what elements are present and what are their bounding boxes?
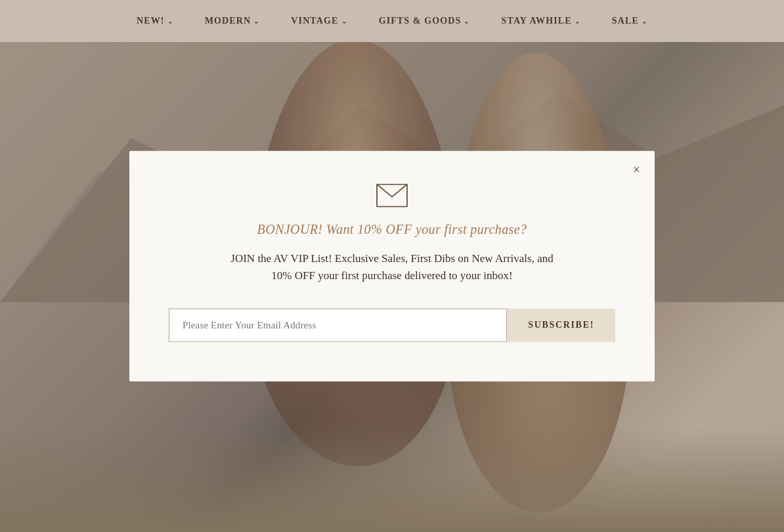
email-input[interactable] bbox=[169, 308, 507, 342]
navigation-bar: NEW! ⌄ MODERN ⌄ VINTAGE ⌄ GIFTS & GOODS … bbox=[0, 0, 784, 42]
subscribe-button[interactable]: SUBSCRIBE! bbox=[507, 308, 615, 342]
envelope-icon bbox=[376, 184, 408, 208]
nav-item-stay-awhile[interactable]: STAY AWHILE ⌄ bbox=[502, 16, 580, 26]
modal-body: JOIN the AV VIP List! Exclusive Sales, F… bbox=[169, 250, 615, 285]
chevron-down-icon: ⌄ bbox=[642, 18, 647, 25]
nav-item-vintage[interactable]: VINTAGE ⌄ bbox=[291, 16, 347, 26]
chevron-down-icon: ⌄ bbox=[167, 18, 173, 25]
chevron-down-icon: ⌄ bbox=[341, 18, 347, 25]
email-signup-modal: × BONJOUR! Want 10% OFF your first purch… bbox=[129, 151, 655, 382]
nav-item-gifts[interactable]: GIFTS & GOODS ⌄ bbox=[379, 16, 470, 26]
chevron-down-icon: ⌄ bbox=[464, 18, 469, 25]
chevron-down-icon: ⌄ bbox=[253, 18, 259, 25]
nav-item-new[interactable]: NEW! ⌄ bbox=[137, 16, 173, 26]
modal-form: SUBSCRIBE! bbox=[169, 308, 615, 342]
nav-item-sale[interactable]: SALE ⌄ bbox=[612, 16, 647, 26]
modal-headline: BONJOUR! Want 10% OFF your first purchas… bbox=[169, 222, 615, 237]
close-button[interactable]: × bbox=[633, 163, 640, 176]
nav-item-modern[interactable]: MODERN ⌄ bbox=[205, 16, 260, 26]
chevron-down-icon: ⌄ bbox=[575, 18, 580, 25]
